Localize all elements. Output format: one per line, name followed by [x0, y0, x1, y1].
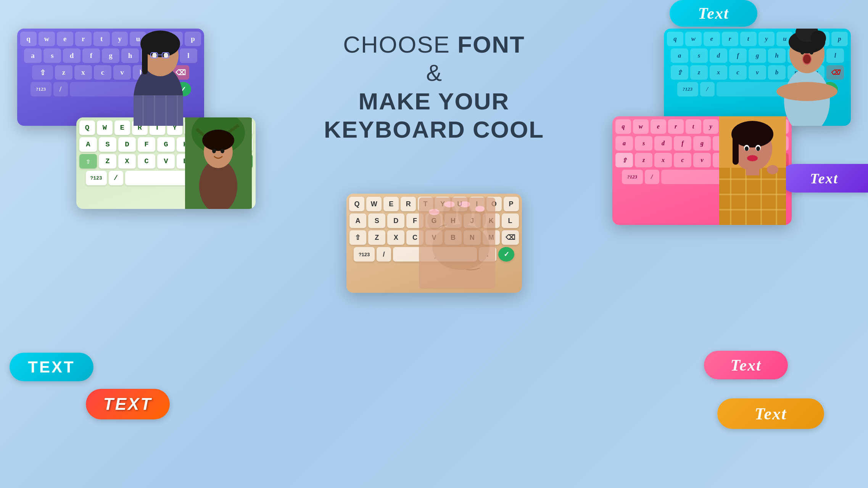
- pink-key-c[interactable]: c: [674, 153, 691, 167]
- button-text-red-orange[interactable]: TEXT: [86, 389, 170, 419]
- headline: CHOOSE FONT & MAKE YOUR KEYBOARD COOL: [324, 30, 544, 144]
- peach-key-q[interactable]: Q: [349, 197, 364, 211]
- green-key-shift[interactable]: ⇧: [79, 154, 97, 169]
- peach-key-p[interactable]: P: [504, 197, 519, 211]
- button-text-pink-right-label: Text: [730, 356, 761, 374]
- peach-key-z[interactable]: Z: [368, 230, 385, 245]
- svg-point-23: [803, 55, 811, 64]
- green-key-v[interactable]: V: [157, 154, 175, 169]
- pink-key-d[interactable]: d: [654, 136, 672, 151]
- pink-key-y[interactable]: y: [703, 119, 719, 134]
- key-shift[interactable]: ⇧: [32, 65, 53, 80]
- headline-line3: KEYBOARD COOL: [324, 116, 544, 144]
- peach-key-slash[interactable]: /: [377, 247, 391, 262]
- pink-key-v[interactable]: v: [693, 153, 711, 167]
- keyboard-purple: q w e r t y u i o p a s d f g h j k: [17, 29, 204, 126]
- key-s[interactable]: s: [43, 48, 61, 63]
- green-key-x[interactable]: X: [118, 154, 136, 169]
- cyan-key-r[interactable]: r: [722, 32, 738, 46]
- peach-key-r[interactable]: R: [401, 197, 416, 211]
- peach-key-del[interactable]: ⌫: [502, 230, 519, 245]
- green-key-z[interactable]: Z: [99, 154, 116, 169]
- peach-key-shift[interactable]: ⇧: [349, 230, 367, 245]
- cyan-key-s[interactable]: s: [690, 48, 708, 63]
- green-key-s[interactable]: S: [99, 137, 116, 152]
- peach-key-l[interactable]: L: [502, 214, 519, 228]
- peach-key-a[interactable]: A: [349, 214, 367, 228]
- cyan-key-w[interactable]: w: [685, 32, 702, 46]
- green-key-q[interactable]: Q: [79, 120, 95, 135]
- pink-key-slash[interactable]: /: [645, 170, 659, 184]
- key-f[interactable]: f: [82, 48, 100, 63]
- cyan-key-q[interactable]: q: [667, 32, 683, 46]
- person-overlay-cyan: [769, 29, 845, 126]
- peach-key-x[interactable]: X: [387, 230, 404, 245]
- peach-key-d[interactable]: D: [387, 214, 404, 228]
- svg-point-49: [745, 146, 749, 151]
- green-key-f[interactable]: F: [138, 137, 155, 152]
- key-t[interactable]: t: [93, 32, 110, 46]
- pink-key-q[interactable]: q: [615, 119, 631, 134]
- svg-rect-9: [134, 95, 183, 126]
- key-a[interactable]: a: [24, 48, 42, 63]
- pink-key-f[interactable]: f: [674, 136, 691, 151]
- svg-point-19: [811, 30, 826, 46]
- button-text-orange-br[interactable]: Text: [717, 398, 824, 429]
- button-text-purple-right[interactable]: Text: [780, 164, 868, 193]
- cyan-key-t[interactable]: t: [740, 32, 757, 46]
- green-key-w[interactable]: W: [97, 120, 113, 135]
- pink-key-a[interactable]: a: [615, 136, 633, 151]
- green-key-c[interactable]: C: [138, 154, 155, 169]
- key-d[interactable]: d: [63, 48, 81, 63]
- main-content: CHOOSE FONT & MAKE YOUR KEYBOARD COOL q …: [0, 0, 868, 488]
- cyan-key-e[interactable]: e: [704, 32, 720, 46]
- cyan-key-g[interactable]: g: [749, 48, 766, 63]
- key-c[interactable]: c: [94, 65, 111, 80]
- button-text-cyan-bottom-label: TEXT: [28, 358, 75, 376]
- green-key-symbols[interactable]: ?123: [86, 171, 107, 185]
- green-key-g[interactable]: G: [157, 137, 175, 152]
- cyan-key-a[interactable]: a: [671, 48, 688, 63]
- key-slash[interactable]: /: [53, 82, 68, 96]
- pink-key-s[interactable]: s: [635, 136, 652, 151]
- cyan-key-shift[interactable]: ⇧: [671, 65, 688, 80]
- peach-key-s[interactable]: S: [368, 214, 385, 228]
- cyan-key-slash[interactable]: /: [700, 82, 715, 96]
- key-w[interactable]: w: [39, 32, 55, 46]
- key-g[interactable]: g: [102, 48, 119, 63]
- key-z[interactable]: z: [55, 65, 72, 80]
- cyan-key-z[interactable]: z: [690, 65, 708, 80]
- key-q[interactable]: q: [20, 32, 37, 46]
- key-e[interactable]: e: [57, 32, 73, 46]
- cyan-key-c[interactable]: c: [729, 65, 747, 80]
- pink-key-shift[interactable]: ⇧: [615, 153, 633, 167]
- cyan-key-v[interactable]: v: [749, 65, 766, 80]
- peach-key-w[interactable]: W: [366, 197, 382, 211]
- pink-key-r[interactable]: r: [668, 119, 684, 134]
- green-key-slash[interactable]: /: [109, 171, 123, 185]
- pink-key-symbols[interactable]: ?123: [622, 170, 643, 184]
- pink-key-z[interactable]: z: [635, 153, 652, 167]
- keyboard-cyan: q w e r t y u i o p a s d f g h j k l: [664, 29, 851, 126]
- button-text-cyan-bottom[interactable]: TEXT: [10, 353, 93, 381]
- cyan-key-symbols[interactable]: ?123: [677, 82, 698, 96]
- button-text-pink-right[interactable]: Text: [704, 351, 788, 379]
- pink-key-t[interactable]: t: [686, 119, 701, 134]
- green-key-d[interactable]: D: [118, 137, 136, 152]
- peach-key-confirm[interactable]: ✓: [498, 247, 514, 262]
- peach-key-e[interactable]: E: [383, 197, 399, 211]
- cyan-key-d[interactable]: d: [710, 48, 727, 63]
- svg-point-20: [800, 50, 804, 55]
- green-key-a[interactable]: A: [79, 137, 97, 152]
- pink-key-x[interactable]: x: [654, 153, 672, 167]
- pink-key-g[interactable]: g: [693, 136, 711, 151]
- cyan-key-x[interactable]: x: [710, 65, 727, 80]
- cyan-key-f[interactable]: f: [729, 48, 747, 63]
- peach-key-symbols[interactable]: ?123: [354, 247, 375, 262]
- key-x[interactable]: x: [74, 65, 92, 80]
- button-text-top-cyan[interactable]: Text: [670, 0, 757, 27]
- pink-key-e[interactable]: e: [651, 119, 666, 134]
- key-r[interactable]: r: [75, 32, 92, 46]
- pink-key-w[interactable]: w: [633, 119, 649, 134]
- key-symbols[interactable]: ?123: [31, 82, 52, 96]
